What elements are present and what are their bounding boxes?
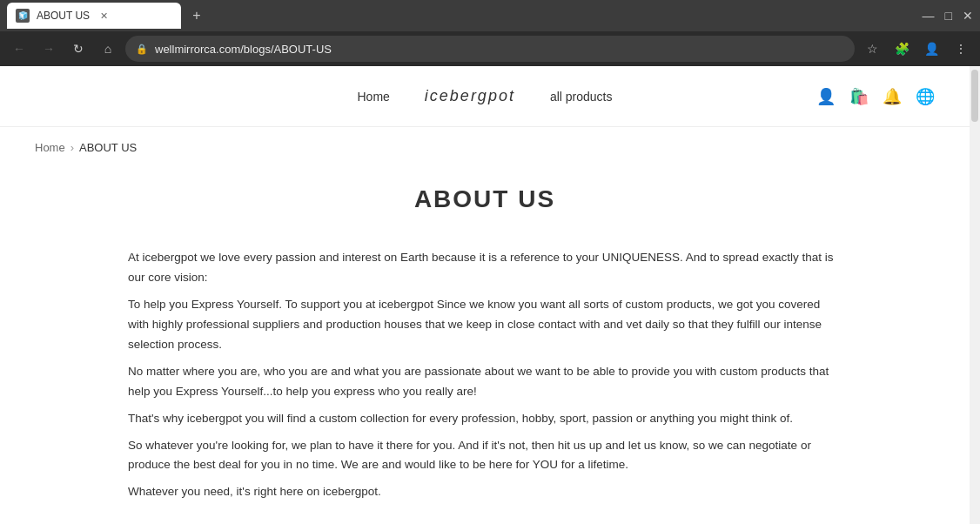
browser-content: Home icebergpot all products 👤 🛍️ 🔔 🌐 Ho… <box>0 66 970 524</box>
site-header-icons: 👤 🛍️ 🔔 🌐 <box>816 87 935 106</box>
menu-button[interactable]: ⋮ <box>949 37 973 61</box>
extensions-button[interactable]: 🧩 <box>889 37 914 61</box>
para-5: So whatever you're looking for, we plan … <box>128 436 842 476</box>
breadcrumb-separator: › <box>70 141 74 154</box>
nav-home[interactable]: Home <box>357 90 389 104</box>
cart-icon[interactable]: 🛍️ <box>849 87 869 106</box>
bookmark-button[interactable]: ☆ <box>860 37 884 61</box>
settings-icon[interactable]: 🌐 <box>916 87 935 106</box>
browser-content-wrapper: Home icebergpot all products 👤 🛍️ 🔔 🌐 Ho… <box>0 66 980 524</box>
para-3: No matter where you are, who you are and… <box>128 362 842 402</box>
page-content: ABOUT US At icebergpot we love every pas… <box>93 168 876 524</box>
browser-chrome: 🧊 ABOUT US ✕ + — □ ✕ ← → ↻ ⌂ 🔒 wellmirro… <box>0 0 980 66</box>
para-6: Whatever you need, it's right here on ic… <box>128 482 842 502</box>
home-button[interactable]: ⌂ <box>96 37 120 61</box>
window-controls: — □ ✕ <box>923 9 973 23</box>
back-button[interactable]: ← <box>7 37 31 61</box>
scrollbar[interactable] <box>970 66 980 524</box>
address-bar[interactable]: 🔒 wellmirrorca.com/blogs/ABOUT-US <box>125 36 855 62</box>
tab-bar: 🧊 ABOUT US ✕ + — □ ✕ <box>0 0 980 31</box>
browser-toolbar: ← → ↻ ⌂ 🔒 wellmirrorca.com/blogs/ABOUT-U… <box>0 31 980 66</box>
restore-button[interactable]: □ <box>945 9 952 23</box>
nav-products[interactable]: all products <box>550 90 613 104</box>
page-title: ABOUT US <box>128 185 842 213</box>
page-body: At icebergpot we love every passion and … <box>128 248 842 502</box>
toolbar-actions: ☆ 🧩 👤 ⋮ <box>860 37 973 61</box>
tab-favicon: 🧊 <box>16 9 30 23</box>
wishlist-icon[interactable]: 🔔 <box>883 87 902 106</box>
breadcrumb-home[interactable]: Home <box>35 141 65 154</box>
refresh-button[interactable]: ↻ <box>66 37 91 61</box>
active-tab[interactable]: 🧊 ABOUT US ✕ <box>7 3 181 29</box>
forward-button[interactable]: → <box>37 37 61 61</box>
lock-icon: 🔒 <box>136 44 148 55</box>
para-4: That's why icebergpot you will find a cu… <box>128 409 842 429</box>
site-logo: icebergpot <box>425 87 515 105</box>
account-icon[interactable]: 👤 <box>816 87 836 106</box>
scrollbar-thumb[interactable] <box>971 70 978 122</box>
breadcrumb-current: ABOUT US <box>79 141 137 154</box>
breadcrumb: Home › ABOUT US <box>0 127 970 168</box>
url-text: wellmirrorca.com/blogs/ABOUT-US <box>155 43 844 56</box>
account-button[interactable]: 👤 <box>919 37 943 61</box>
new-tab-button[interactable]: + <box>185 3 209 28</box>
site-header: Home icebergpot all products 👤 🛍️ 🔔 🌐 <box>0 66 970 127</box>
para-2: To help you Express Yourself. To support… <box>128 295 842 355</box>
tab-title: ABOUT US <box>37 10 90 22</box>
minimize-button[interactable]: — <box>923 9 935 23</box>
tab-close-button[interactable]: ✕ <box>97 9 111 23</box>
para-1: At icebergpot we love every passion and … <box>128 248 842 288</box>
close-button[interactable]: ✕ <box>963 9 973 23</box>
site-nav: Home icebergpot all products <box>357 87 612 105</box>
